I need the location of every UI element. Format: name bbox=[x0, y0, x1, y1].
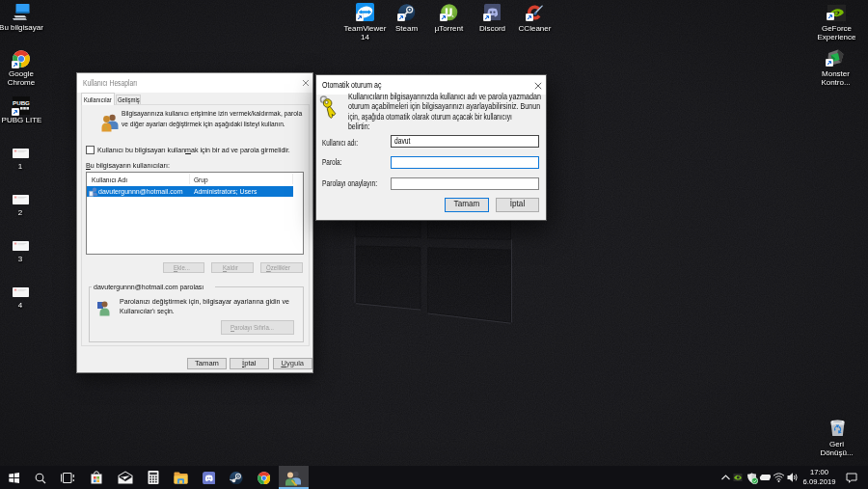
svg-text:PUBG: PUBG bbox=[13, 99, 30, 106]
